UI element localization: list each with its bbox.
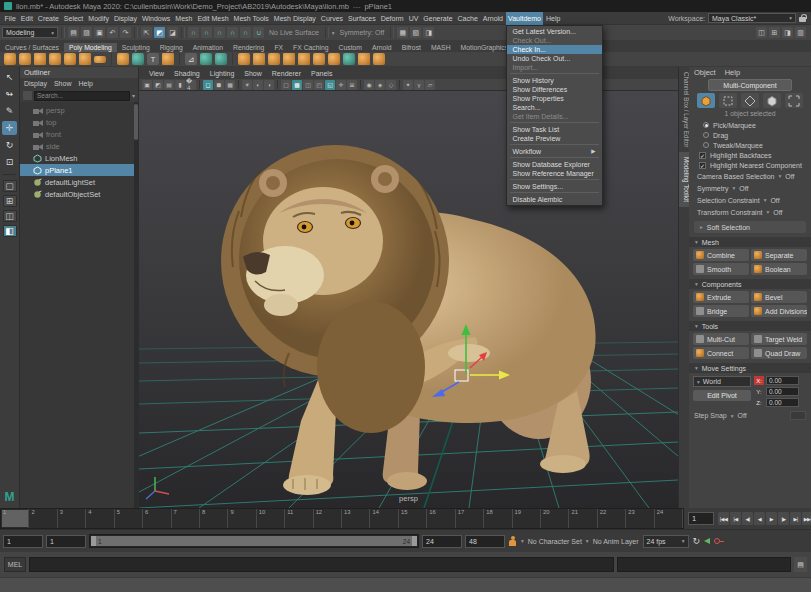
script-editor-icon[interactable]: ▤ — [794, 557, 807, 572]
chevron-down-icon[interactable]: ▾ — [132, 92, 135, 99]
vault-show-differences[interactable]: Show Differences — [507, 85, 602, 94]
camera-attributes-icon[interactable]: ▤ — [164, 80, 174, 90]
shelf-tab[interactable]: MASH — [426, 43, 456, 52]
current-frame-field[interactable]: 1 — [688, 512, 714, 525]
channel-box-toggle-icon[interactable]: ◨ — [782, 27, 793, 38]
move-settings-section-header[interactable]: ▾ Move Settings — [689, 363, 811, 373]
platonic-solid-icon[interactable] — [117, 53, 129, 65]
frame-tick[interactable]: 23 — [626, 509, 654, 528]
frame-tick[interactable]: 6 — [143, 509, 171, 528]
vault-disable-alembic[interactable]: Disable Alembic — [507, 195, 602, 204]
poly-cone-icon[interactable] — [49, 53, 61, 65]
bridge-button[interactable]: Bridge — [693, 305, 749, 317]
z-axis-field[interactable]: 0.00 — [766, 398, 799, 407]
outliner-scrollbar[interactable] — [134, 102, 138, 508]
mesh-section-header[interactable]: ▾ Mesh — [689, 237, 811, 247]
wireframe-icon[interactable]: ◻ — [203, 80, 213, 90]
select-tool-icon[interactable]: ↖ — [2, 70, 17, 84]
field-chart-icon[interactable]: ▩ — [292, 80, 302, 90]
statusline-separator[interactable] — [390, 27, 394, 38]
components-section-header[interactable]: ▾ Components — [689, 279, 811, 289]
poly-plane-icon[interactable] — [79, 53, 91, 65]
sweep-mesh-icon[interactable] — [162, 53, 174, 65]
combine-button[interactable]: Combine — [693, 249, 749, 261]
smooth-button[interactable]: Smooth — [693, 263, 749, 275]
symmetry-dropdown[interactable]: Symmetry ▾ Off — [689, 182, 811, 194]
layout-four-pane-button[interactable]: ⊞ — [3, 195, 17, 207]
toolkit-menu-item[interactable]: Help — [725, 68, 740, 77]
vault-get-latest-version[interactable]: Get Latest Version... — [507, 27, 602, 36]
redo-icon[interactable]: ↷ — [120, 27, 131, 38]
filter-icon[interactable] — [23, 91, 32, 100]
exposure-icon[interactable]: ✦ — [403, 80, 413, 90]
frame-tick[interactable]: 8 — [200, 509, 228, 528]
highlight-nearest-component-option[interactable]: ✓ Highlight Nearest Component — [689, 160, 811, 170]
menu-windows[interactable]: Windows — [139, 12, 172, 25]
shaded-icon[interactable]: ◼ — [214, 80, 224, 90]
frame-tick[interactable]: 7 — [172, 509, 200, 528]
frame-tick[interactable]: 18 — [484, 509, 512, 528]
statusline-separator[interactable] — [181, 27, 185, 38]
frame-tick[interactable]: 14 — [370, 509, 398, 528]
axis-orientation-dropdown[interactable]: ▾ World — [693, 376, 751, 387]
ipr-render-icon[interactable]: ▧ — [410, 27, 421, 38]
frame-tick[interactable]: 12 — [314, 509, 342, 528]
viewport-menu-item[interactable]: Show — [239, 70, 267, 77]
time-slider[interactable]: 123456789101112131415161718192021222324 — [0, 508, 684, 529]
poly-text-icon[interactable]: T — [147, 53, 159, 65]
character-set-icon[interactable] — [508, 536, 517, 547]
shelf-tab[interactable]: Bifrost — [397, 43, 426, 52]
frame-tick[interactable]: 19 — [513, 509, 541, 528]
outliner-item-lionmesh[interactable]: LionMesh — [20, 152, 138, 164]
snap-projected-center-icon[interactable]: ∩ — [227, 27, 238, 38]
outliner-item-pplane1[interactable]: pPlane1 — [20, 164, 138, 176]
vault-show-properties[interactable]: Show Properties — [507, 94, 602, 103]
poly-disc-icon[interactable] — [94, 56, 106, 63]
frame-tick[interactable]: 2 — [29, 509, 57, 528]
outliner-item-defaultlightset[interactable]: defaultLightSet — [20, 176, 138, 188]
rotate-tool-icon[interactable]: ↻ — [2, 138, 17, 152]
connect-button[interactable]: Connect — [693, 347, 749, 359]
frame-tick[interactable]: 16 — [427, 509, 455, 528]
workspace-lock-icon[interactable] — [799, 14, 807, 23]
bevel-button[interactable]: Bevel — [751, 291, 807, 303]
extrude-button[interactable]: Extrude — [693, 291, 749, 303]
scale-tool-icon[interactable]: ⊡ — [2, 155, 17, 169]
fps-dropdown[interactable]: 24 fps ▾ — [643, 535, 689, 548]
multi-cut-icon[interactable] — [343, 53, 355, 65]
outliner-menu-item[interactable]: Show — [54, 80, 72, 87]
select-camera-icon[interactable]: ▣ — [142, 80, 152, 90]
outliner-item-side[interactable]: side — [20, 140, 138, 152]
drag-option[interactable]: Drag — [689, 130, 811, 140]
snap-point-icon[interactable]: ∩ — [214, 27, 225, 38]
extrude-icon[interactable] — [358, 53, 370, 65]
auto-keyframe-icon[interactable] — [714, 536, 724, 546]
render-settings-icon[interactable]: ◨ — [423, 27, 434, 38]
poly-cube-icon[interactable] — [19, 53, 31, 65]
shelf-tab[interactable]: Poly Modeling — [64, 43, 117, 52]
quad-draw-icon[interactable] — [373, 53, 385, 65]
shelf-tab[interactable]: Animation — [188, 43, 228, 52]
layout-persp-outliner-button[interactable]: ◧ — [3, 225, 17, 237]
edge-mode-icon[interactable] — [741, 93, 759, 108]
vault-show-reference-manager[interactable]: Show Reference Manager — [507, 169, 602, 178]
safe-title-icon[interactable]: ✛ — [336, 80, 346, 90]
menuset-dropdown[interactable]: Modeling ▾ — [2, 27, 58, 38]
transport-button[interactable]: |▶ — [778, 512, 789, 525]
grid-toggle-icon[interactable]: ⊞ — [347, 80, 357, 90]
outliner-item-front[interactable]: front — [20, 128, 138, 140]
menu-cache[interactable]: Cache — [455, 12, 480, 25]
frame-tick[interactable]: 11 — [285, 509, 313, 528]
playback-loop-icon[interactable]: ↻ — [693, 536, 701, 546]
gamma-icon[interactable]: γ — [414, 80, 424, 90]
soft-selection-header[interactable]: ▸ Soft Selection — [694, 221, 806, 233]
vault-show-task-list[interactable]: Show Task List — [507, 125, 602, 134]
snap-view-plane-icon[interactable]: ∩ — [240, 27, 251, 38]
outliner-search-input[interactable]: Search... — [34, 91, 130, 101]
render-current-frame-icon[interactable]: ▦ — [397, 27, 408, 38]
y-axis-field[interactable]: 0.00 — [766, 387, 799, 396]
pick-marquee-option[interactable]: Pick/Marquee — [689, 120, 811, 130]
playback-end-field[interactable]: 24 — [422, 535, 462, 548]
step-snap-field[interactable] — [790, 411, 806, 420]
frame-tick[interactable]: 3 — [58, 509, 86, 528]
